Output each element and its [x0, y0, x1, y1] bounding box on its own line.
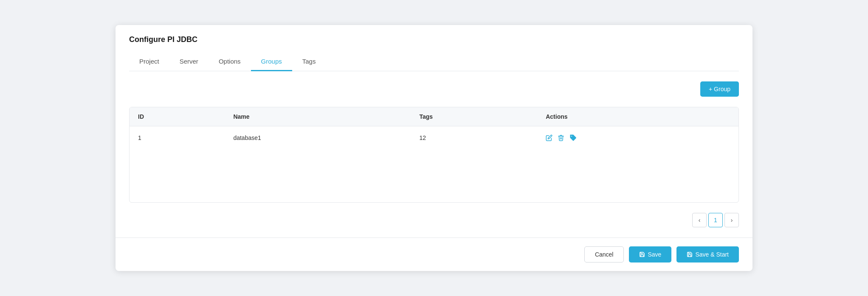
configure-dialog: Configure PI JDBC Project Server Options… [116, 25, 752, 271]
cell-name: database1 [225, 126, 411, 150]
tab-server[interactable]: Server [169, 53, 209, 71]
cancel-button[interactable]: Cancel [584, 246, 624, 262]
tag-icon[interactable] [569, 134, 577, 142]
col-header-tags: Tags [411, 107, 537, 126]
save-icon [639, 251, 645, 257]
tab-options[interactable]: Options [209, 53, 251, 71]
add-group-button[interactable]: + Group [700, 81, 739, 97]
current-page-button[interactable]: 1 [708, 213, 723, 227]
tab-project[interactable]: Project [129, 53, 169, 71]
save-start-button[interactable]: Save & Start [676, 246, 739, 262]
save-button[interactable]: Save [629, 246, 671, 262]
next-page-button[interactable]: › [724, 213, 739, 227]
col-header-name: Name [225, 107, 411, 126]
cell-tags: 12 [411, 126, 537, 150]
toolbar: + Group [129, 81, 739, 97]
col-header-id: ID [130, 107, 225, 126]
edit-icon[interactable] [546, 134, 552, 141]
cell-id: 1 [130, 126, 225, 150]
tabs-bar: Project Server Options Groups Tags [129, 53, 739, 71]
groups-table: ID Name Tags Actions 1 database1 12 [130, 107, 738, 149]
groups-table-container: ID Name Tags Actions 1 database1 12 [129, 107, 739, 203]
save-start-icon [687, 251, 693, 257]
dialog-footer: Cancel Save Save & Start [116, 237, 752, 271]
dialog-title: Configure PI JDBC [129, 35, 739, 44]
table-body: 1 database1 12 [130, 126, 738, 150]
tab-groups[interactable]: Groups [251, 53, 292, 71]
save-start-label: Save & Start [695, 251, 729, 258]
cell-actions [537, 126, 738, 150]
table-row: 1 database1 12 [130, 126, 738, 150]
pagination: ‹ 1 › [129, 213, 739, 227]
delete-icon[interactable] [558, 134, 564, 141]
tab-tags[interactable]: Tags [292, 53, 326, 71]
save-label: Save [648, 251, 661, 258]
col-header-actions: Actions [537, 107, 738, 126]
dialog-header: Configure PI JDBC Project Server Options… [116, 25, 752, 71]
table-header: ID Name Tags Actions [130, 107, 738, 126]
prev-page-button[interactable]: ‹ [692, 213, 707, 227]
dialog-body: + Group ID Name Tags Actions 1 database1 [116, 71, 752, 237]
